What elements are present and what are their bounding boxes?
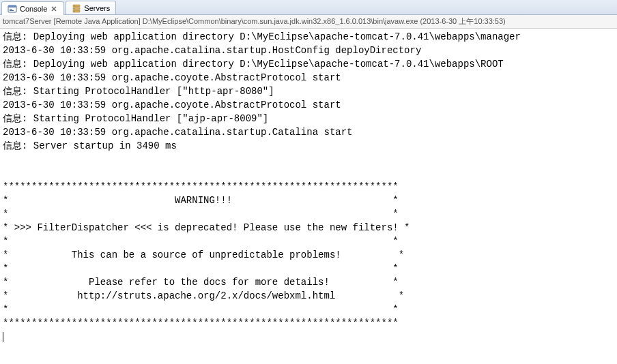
tab-servers-label: Servers [84,4,110,12]
svg-rect-2 [10,9,12,10]
close-icon[interactable] [50,5,58,13]
tab-servers[interactable]: Servers [66,1,116,14]
process-info: tomcat7Server [Remote Java Application] … [0,15,617,29]
tab-console[interactable]: Console [1,1,64,15]
svg-rect-3 [10,10,14,11]
svg-rect-1 [8,5,16,7]
tab-console-label: Console [20,5,47,13]
svg-point-8 [74,7,75,8]
console-icon [8,4,17,14]
text-cursor [3,332,3,342]
servers-icon [72,3,81,13]
tab-bar: Console Servers [0,0,617,15]
svg-point-9 [74,10,75,11]
console-output[interactable]: 信息: Deploying web application directory … [0,29,617,345]
svg-point-7 [74,5,75,5]
